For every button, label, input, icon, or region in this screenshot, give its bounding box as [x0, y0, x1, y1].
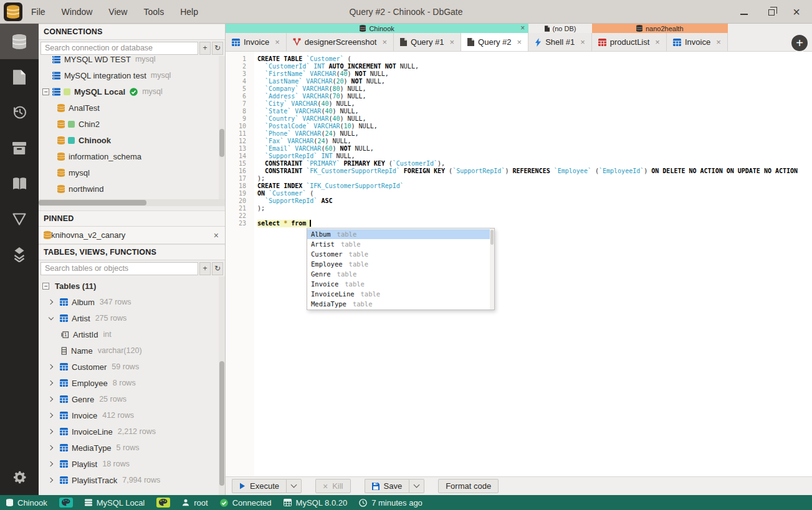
connection-item[interactable]: mysql	[39, 164, 219, 181]
connection-item[interactable]: information_schema	[39, 148, 219, 164]
autocomplete-item[interactable]: MediaTypetable	[307, 299, 494, 309]
palette-icon[interactable]	[59, 498, 73, 508]
tab-invoice[interactable]: Invoice×	[226, 33, 287, 51]
table-row[interactable]: Album347 rows	[39, 294, 219, 310]
tables-group-row[interactable]: −Tables (11)	[39, 278, 219, 294]
tables-scrollbar-thumb[interactable]	[219, 361, 224, 486]
execute-button[interactable]: Execute	[232, 479, 286, 493]
menu-tools[interactable]: Tools	[143, 7, 164, 17]
close-group-icon[interactable]: ×	[520, 24, 525, 33]
autocomplete-item[interactable]: Employeetable	[307, 259, 494, 269]
expander-chevron-icon[interactable]	[46, 410, 56, 420]
tables-scrollbar[interactable]	[219, 276, 225, 495]
expander-chevron-icon[interactable]	[46, 475, 56, 485]
close-tab-icon[interactable]: ×	[275, 37, 280, 47]
column-row[interactable]: 1ArtistIdint	[39, 326, 219, 342]
expander-chevron-icon[interactable]	[46, 313, 56, 323]
collapse-toggle-icon[interactable]: −	[42, 283, 49, 290]
tab-group-header[interactable]: nano2health	[592, 24, 728, 33]
execute-dropdown-button[interactable]	[286, 479, 302, 493]
expander-chevron-icon[interactable]	[46, 394, 56, 404]
pinned-item[interactable]: knihovna_v2_canary ×	[39, 227, 225, 244]
connection-item[interactable]: MySQL integration testmysql	[39, 67, 219, 83]
table-row[interactable]: MediaType5 rows	[39, 440, 219, 456]
palette-icon[interactable]	[156, 498, 170, 508]
save-button[interactable]: Save	[365, 479, 409, 493]
autocomplete-item[interactable]: Artisttable	[307, 239, 494, 249]
expander-chevron-icon[interactable]	[46, 378, 56, 388]
close-tab-icon[interactable]: ×	[716, 37, 721, 47]
expander-chevron-icon[interactable]	[46, 297, 56, 307]
rail-item-database[interactable]	[0, 24, 39, 59]
autocomplete-scrollbar[interactable]	[490, 229, 494, 309]
collapse-toggle-icon[interactable]: −	[42, 88, 49, 95]
rail-item-book[interactable]	[0, 166, 39, 201]
expander-chevron-icon[interactable]	[46, 427, 56, 437]
refresh-tables-button[interactable]: ↻	[212, 262, 223, 275]
table-row[interactable]: Invoice412 rows	[39, 407, 219, 423]
autocomplete-item[interactable]: InvoiceLinetable	[307, 289, 494, 299]
close-tab-icon[interactable]: ×	[517, 37, 522, 47]
tab-group-header[interactable]: Chinook×	[226, 24, 528, 33]
expander-chevron-icon[interactable]	[46, 362, 56, 372]
tab-productlist[interactable]: productList×	[592, 33, 667, 51]
column-row[interactable]: Namevarchar(120)	[39, 342, 219, 359]
connection-item[interactable]: −MySQL Localmysql	[39, 83, 219, 100]
minimize-button[interactable]	[738, 6, 750, 17]
refresh-connections-button[interactable]: ↻	[212, 42, 223, 55]
table-row[interactable]: Employee8 rows	[39, 375, 219, 391]
table-row[interactable]: Playlist18 rows	[39, 456, 219, 472]
close-tab-icon[interactable]: ×	[450, 37, 455, 47]
connection-item[interactable]: Chin2	[39, 116, 219, 132]
tab-shell-1[interactable]: Shell #1×	[528, 33, 592, 51]
table-row[interactable]: Genre25 rows	[39, 391, 219, 407]
autocomplete-item[interactable]: Genretable	[307, 269, 494, 279]
connections-scrollbar-thumb[interactable]	[219, 129, 224, 157]
connections-scrollbar[interactable]	[219, 56, 225, 199]
menu-file[interactable]: File	[31, 7, 45, 17]
rail-item-funnel[interactable]	[0, 201, 39, 237]
connections-search-input[interactable]	[41, 42, 198, 55]
sql-editor[interactable]: 1234567891011121314151617181920212223 CR…	[226, 52, 812, 476]
restore-button[interactable]	[765, 6, 776, 17]
rail-item-history[interactable]	[0, 95, 39, 130]
close-tab-icon[interactable]: ×	[580, 37, 585, 47]
connections-hscrollbar[interactable]	[39, 199, 225, 206]
tab-invoice[interactable]: Invoice×	[667, 33, 728, 51]
connection-item[interactable]: Chinook	[39, 132, 219, 148]
table-row[interactable]: PlaylistTrack7,994 rows	[39, 472, 219, 488]
autocomplete-item[interactable]: Customertable	[307, 249, 494, 259]
tab-query-1[interactable]: Query #1×	[394, 33, 461, 51]
tab-group-header[interactable]: (no DB)	[528, 24, 592, 33]
format-code-button[interactable]: Format code	[438, 479, 499, 493]
tab-query-2[interactable]: Query #2×	[461, 33, 528, 51]
connection-item[interactable]: AnalTest	[39, 100, 219, 116]
table-row[interactable]: Artist275 rows	[39, 310, 219, 326]
new-tab-button[interactable]: +	[790, 34, 809, 52]
table-row[interactable]: Customer59 rows	[39, 359, 219, 375]
add-connection-button[interactable]: +	[199, 42, 211, 55]
connection-item[interactable]: northwind	[39, 181, 219, 197]
connection-item[interactable]: MYSQL WD TESTmysql	[39, 56, 219, 67]
menu-window[interactable]: Window	[62, 7, 93, 17]
rail-item-file[interactable]	[0, 59, 39, 95]
autocomplete-item[interactable]: Invoicetable	[307, 279, 494, 289]
close-tab-icon[interactable]: ×	[655, 37, 660, 47]
save-dropdown-button[interactable]	[409, 479, 424, 493]
tab-designerscreenshot[interactable]: designerScreenshot×	[287, 33, 394, 51]
rail-item-settings[interactable]	[0, 460, 39, 495]
expander-chevron-icon[interactable]	[46, 443, 56, 453]
rail-item-layers[interactable]	[0, 237, 39, 272]
table-row[interactable]: InvoiceLine2,212 rows	[39, 423, 219, 440]
unpin-icon[interactable]: ×	[214, 230, 219, 240]
autocomplete-item[interactable]: Albumtable	[307, 229, 494, 239]
close-tab-icon[interactable]: ×	[382, 37, 387, 47]
rail-item-archive[interactable]	[0, 130, 39, 166]
expander-chevron-icon[interactable]	[46, 459, 56, 469]
kill-button[interactable]: × Kill	[315, 479, 351, 493]
add-table-button[interactable]: +	[199, 262, 211, 275]
menu-view[interactable]: View	[108, 7, 127, 17]
tables-search-input[interactable]	[41, 262, 198, 275]
close-button[interactable]: ×	[791, 6, 802, 17]
connections-hscrollbar-thumb[interactable]	[39, 200, 146, 205]
